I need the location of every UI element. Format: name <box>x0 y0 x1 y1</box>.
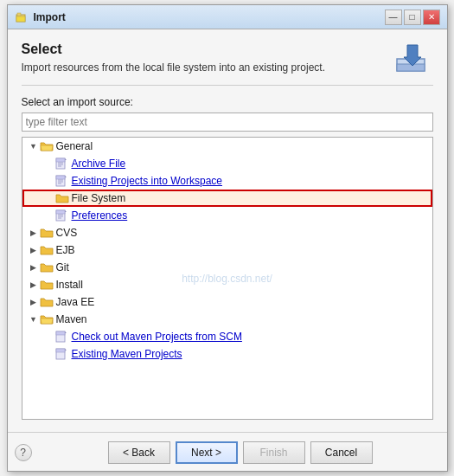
svg-marker-8 <box>65 158 67 160</box>
svg-rect-13 <box>56 176 65 179</box>
leaf-icon <box>43 348 55 360</box>
javaee-label: Java EE <box>56 296 95 308</box>
folder-closed-icon-3 <box>40 244 54 256</box>
dialog-footer: ? < Back Next > Finish Cancel <box>8 432 447 471</box>
tree-item-ejb[interactable]: EJB <box>22 241 432 259</box>
header-section: Select Import resources from the local f… <box>22 42 433 86</box>
file-system-label: File System <box>72 192 126 204</box>
filter-input[interactable] <box>22 113 433 132</box>
close-button[interactable]: ✕ <box>423 10 440 25</box>
page-title: Select <box>22 42 383 57</box>
tree-item-git[interactable]: Git <box>22 259 432 276</box>
svg-rect-2 <box>17 13 21 16</box>
svg-rect-28 <box>56 349 65 352</box>
tree-item-java-ee[interactable]: Java EE <box>22 293 432 311</box>
maven-label: Maven <box>56 313 87 325</box>
import-dialog: Import — □ ✕ Select Import resources fro… <box>7 4 448 472</box>
header-icon <box>392 42 433 76</box>
leaf-icon <box>43 209 55 222</box>
expand-git-icon[interactable] <box>28 261 40 273</box>
tree-item-archive-file[interactable]: Archive File <box>22 155 432 172</box>
file-import-icon <box>55 158 69 170</box>
finish-button[interactable]: Finish <box>243 441 305 464</box>
tree-container[interactable]: http://blog.csdn.net/ General <box>22 137 433 420</box>
footer-buttons: < Back Next > Finish Cancel <box>41 441 440 464</box>
cvs-label: CVS <box>56 227 78 239</box>
leaf-icon <box>43 158 55 170</box>
preferences-label: Preferences <box>72 209 128 222</box>
leaf-icon <box>43 331 55 343</box>
next-button[interactable]: Next > <box>176 441 238 464</box>
expand-maven-icon[interactable] <box>28 313 40 325</box>
file-import-icon-2 <box>55 175 69 187</box>
window-controls: — □ ✕ <box>385 10 440 25</box>
tree-item-cvs[interactable]: CVS <box>22 224 432 241</box>
archive-file-label: Archive File <box>72 158 126 170</box>
folder-closed-icon-2 <box>40 227 54 239</box>
svg-rect-4 <box>397 64 425 71</box>
minimize-button[interactable]: — <box>385 10 402 25</box>
general-label: General <box>56 140 93 152</box>
ejb-label: EJB <box>56 244 75 256</box>
title-bar: Import — □ ✕ <box>8 5 447 29</box>
content-area: Select Import resources from the local f… <box>8 29 447 427</box>
folder-closed-icon-5 <box>40 279 54 291</box>
expand-ejb-icon[interactable] <box>28 244 40 256</box>
tree-item-checkout-maven[interactable]: Check out Maven Projects from SCM <box>22 328 432 345</box>
window-title: Import <box>34 11 385 23</box>
source-label: Select an import source: <box>22 96 433 108</box>
folder-closed-icon <box>55 192 69 204</box>
checkout-maven-label: Check out Maven Projects from SCM <box>72 331 242 343</box>
tree-item-existing-projects[interactable]: Existing Projects into Workspace <box>22 172 432 190</box>
expand-general-icon[interactable] <box>28 140 40 152</box>
svg-marker-20 <box>65 210 67 212</box>
tree-item-file-system[interactable]: File System <box>22 190 432 207</box>
window-icon <box>15 10 29 24</box>
leaf-icon <box>43 192 55 204</box>
help-area: ? <box>15 444 41 461</box>
help-button[interactable]: ? <box>15 444 32 461</box>
cancel-button[interactable]: Cancel <box>310 441 373 464</box>
expand-install-icon[interactable] <box>28 279 40 291</box>
folder-closed-icon-4 <box>40 261 54 273</box>
tree-item-install[interactable]: Install <box>22 276 432 293</box>
file-import-icon-4 <box>55 331 69 343</box>
folder-open-icon <box>40 140 54 152</box>
svg-rect-1 <box>16 16 25 22</box>
tree-item-maven[interactable]: Maven <box>22 311 432 328</box>
file-import-icon-3 <box>55 209 69 222</box>
page-description: Import resources from the local file sys… <box>22 61 383 75</box>
leaf-icon <box>43 175 55 187</box>
svg-rect-19 <box>56 210 65 214</box>
folder-open-icon-2 <box>40 313 54 325</box>
svg-marker-14 <box>65 176 67 177</box>
existing-projects-label: Existing Projects into Workspace <box>72 175 223 187</box>
back-button[interactable]: < Back <box>108 441 170 464</box>
tree-item-preferences[interactable]: Preferences <box>22 207 432 224</box>
tree-item-existing-maven[interactable]: Existing Maven Projects <box>22 345 432 363</box>
existing-maven-label: Existing Maven Projects <box>72 348 182 360</box>
folder-closed-icon-6 <box>40 296 54 308</box>
svg-rect-25 <box>56 331 65 335</box>
header-text: Select Import resources from the local f… <box>22 42 383 75</box>
file-import-icon-5 <box>55 348 69 360</box>
svg-rect-7 <box>56 158 65 162</box>
tree-item-general[interactable]: General <box>22 138 432 155</box>
expand-cvs-icon[interactable] <box>28 227 40 239</box>
install-label: Install <box>56 279 83 291</box>
maximize-button[interactable]: □ <box>404 10 421 25</box>
expand-javaee-icon[interactable] <box>28 296 40 308</box>
git-label: Git <box>56 261 69 273</box>
